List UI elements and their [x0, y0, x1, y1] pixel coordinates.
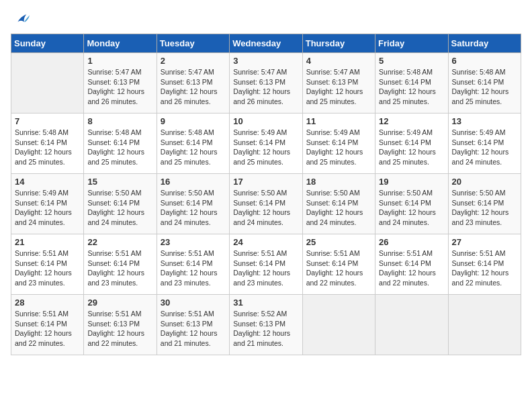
calendar-cell: 19Sunrise: 5:50 AM Sunset: 6:14 PM Dayli…	[375, 174, 448, 234]
day-info: Sunrise: 5:51 AM Sunset: 6:14 PM Dayligh…	[379, 248, 444, 288]
day-number: 28	[15, 298, 80, 308]
day-info: Sunrise: 5:50 AM Sunset: 6:14 PM Dayligh…	[452, 188, 517, 228]
calendar-cell: 10Sunrise: 5:49 AM Sunset: 6:14 PM Dayli…	[230, 113, 302, 174]
day-number: 7	[15, 116, 80, 126]
day-info: Sunrise: 5:51 AM Sunset: 6:14 PM Dayligh…	[161, 248, 226, 288]
calendar-cell	[302, 295, 375, 355]
day-info: Sunrise: 5:51 AM Sunset: 6:14 PM Dayligh…	[452, 248, 517, 288]
day-number: 31	[233, 298, 298, 308]
day-info: Sunrise: 5:50 AM Sunset: 6:14 PM Dayligh…	[306, 188, 371, 228]
day-number: 25	[306, 237, 371, 247]
calendar-cell: 16Sunrise: 5:50 AM Sunset: 6:14 PM Dayli…	[157, 174, 229, 234]
calendar-cell: 4Sunrise: 5:47 AM Sunset: 6:13 PM Daylig…	[302, 53, 375, 113]
calendar-cell: 31Sunrise: 5:52 AM Sunset: 6:13 PM Dayli…	[230, 295, 302, 355]
day-number: 18	[306, 177, 371, 187]
calendar-cell: 15Sunrise: 5:50 AM Sunset: 6:14 PM Dayli…	[84, 174, 157, 234]
weekday-header-wednesday: Wednesday	[230, 34, 302, 53]
day-info: Sunrise: 5:50 AM Sunset: 6:14 PM Dayligh…	[87, 188, 152, 228]
day-info: Sunrise: 5:49 AM Sunset: 6:14 PM Dayligh…	[233, 128, 298, 167]
calendar-cell: 27Sunrise: 5:51 AM Sunset: 6:14 PM Dayli…	[448, 234, 521, 295]
day-number: 8	[87, 116, 152, 126]
calendar-cell: 17Sunrise: 5:50 AM Sunset: 6:14 PM Dayli…	[230, 174, 302, 234]
day-number: 20	[452, 177, 517, 187]
weekday-header-saturday: Saturday	[448, 34, 521, 53]
day-number: 26	[379, 237, 444, 247]
day-number: 6	[452, 56, 517, 66]
calendar-cell: 11Sunrise: 5:49 AM Sunset: 6:14 PM Dayli…	[302, 113, 375, 174]
calendar-cell: 24Sunrise: 5:51 AM Sunset: 6:14 PM Dayli…	[230, 234, 302, 295]
day-info: Sunrise: 5:51 AM Sunset: 6:13 PM Dayligh…	[87, 309, 152, 349]
calendar-cell: 25Sunrise: 5:51 AM Sunset: 6:14 PM Dayli…	[302, 234, 375, 295]
day-info: Sunrise: 5:51 AM Sunset: 6:14 PM Dayligh…	[87, 248, 152, 288]
calendar-cell: 21Sunrise: 5:51 AM Sunset: 6:14 PM Dayli…	[11, 234, 84, 295]
calendar-cell: 6Sunrise: 5:48 AM Sunset: 6:14 PM Daylig…	[448, 53, 521, 113]
day-number: 1	[87, 56, 152, 66]
header	[11, 11, 521, 27]
day-info: Sunrise: 5:49 AM Sunset: 6:14 PM Dayligh…	[15, 188, 80, 228]
calendar-cell: 22Sunrise: 5:51 AM Sunset: 6:14 PM Dayli…	[84, 234, 157, 295]
day-number: 30	[161, 298, 226, 308]
calendar-cell: 3Sunrise: 5:47 AM Sunset: 6:13 PM Daylig…	[230, 53, 302, 113]
calendar-cell	[11, 53, 84, 113]
calendar-cell: 20Sunrise: 5:50 AM Sunset: 6:14 PM Dayli…	[448, 174, 521, 234]
day-number: 27	[452, 237, 517, 247]
day-info: Sunrise: 5:48 AM Sunset: 6:14 PM Dayligh…	[452, 67, 517, 107]
day-info: Sunrise: 5:51 AM Sunset: 6:14 PM Dayligh…	[306, 248, 371, 288]
day-number: 22	[87, 237, 152, 247]
day-info: Sunrise: 5:52 AM Sunset: 6:13 PM Dayligh…	[233, 309, 298, 349]
day-number: 5	[379, 56, 444, 66]
day-info: Sunrise: 5:50 AM Sunset: 6:14 PM Dayligh…	[161, 188, 226, 228]
day-info: Sunrise: 5:47 AM Sunset: 6:13 PM Dayligh…	[87, 67, 152, 107]
day-info: Sunrise: 5:48 AM Sunset: 6:14 PM Dayligh…	[161, 128, 226, 167]
day-info: Sunrise: 5:50 AM Sunset: 6:14 PM Dayligh…	[379, 188, 444, 228]
day-number: 16	[161, 177, 226, 187]
day-info: Sunrise: 5:50 AM Sunset: 6:14 PM Dayligh…	[233, 188, 298, 228]
calendar-cell: 30Sunrise: 5:51 AM Sunset: 6:13 PM Dayli…	[157, 295, 229, 355]
calendar-cell: 8Sunrise: 5:48 AM Sunset: 6:14 PM Daylig…	[84, 113, 157, 174]
day-number: 17	[233, 177, 298, 187]
calendar-cell: 9Sunrise: 5:48 AM Sunset: 6:14 PM Daylig…	[157, 113, 229, 174]
day-info: Sunrise: 5:47 AM Sunset: 6:13 PM Dayligh…	[306, 67, 371, 107]
day-info: Sunrise: 5:49 AM Sunset: 6:14 PM Dayligh…	[452, 128, 517, 167]
day-info: Sunrise: 5:49 AM Sunset: 6:14 PM Dayligh…	[379, 128, 444, 167]
day-info: Sunrise: 5:51 AM Sunset: 6:14 PM Dayligh…	[15, 248, 80, 288]
day-number: 9	[161, 116, 226, 126]
calendar-table: SundayMondayTuesdayWednesdayThursdayFrid…	[11, 34, 521, 355]
calendar-cell: 23Sunrise: 5:51 AM Sunset: 6:14 PM Dayli…	[157, 234, 229, 295]
weekday-header-tuesday: Tuesday	[157, 34, 229, 53]
day-info: Sunrise: 5:49 AM Sunset: 6:14 PM Dayligh…	[306, 128, 371, 167]
day-info: Sunrise: 5:51 AM Sunset: 6:14 PM Dayligh…	[233, 248, 298, 288]
day-info: Sunrise: 5:47 AM Sunset: 6:13 PM Dayligh…	[233, 67, 298, 107]
day-info: Sunrise: 5:48 AM Sunset: 6:14 PM Dayligh…	[379, 67, 444, 107]
day-number: 24	[233, 237, 298, 247]
day-info: Sunrise: 5:47 AM Sunset: 6:13 PM Dayligh…	[161, 67, 226, 107]
calendar-cell: 26Sunrise: 5:51 AM Sunset: 6:14 PM Dayli…	[375, 234, 448, 295]
day-number: 15	[87, 177, 152, 187]
week-row-5: 28Sunrise: 5:51 AM Sunset: 6:14 PM Dayli…	[11, 295, 521, 355]
calendar-cell: 5Sunrise: 5:48 AM Sunset: 6:14 PM Daylig…	[375, 53, 448, 113]
day-number: 10	[233, 116, 298, 126]
week-row-1: 1Sunrise: 5:47 AM Sunset: 6:13 PM Daylig…	[11, 53, 521, 113]
calendar-cell: 12Sunrise: 5:49 AM Sunset: 6:14 PM Dayli…	[375, 113, 448, 174]
calendar-cell: 18Sunrise: 5:50 AM Sunset: 6:14 PM Dayli…	[302, 174, 375, 234]
day-number: 4	[306, 56, 371, 66]
day-number: 13	[452, 116, 517, 126]
calendar-cell: 2Sunrise: 5:47 AM Sunset: 6:13 PM Daylig…	[157, 53, 229, 113]
week-row-3: 14Sunrise: 5:49 AM Sunset: 6:14 PM Dayli…	[11, 174, 521, 234]
day-number: 19	[379, 177, 444, 187]
calendar-cell: 13Sunrise: 5:49 AM Sunset: 6:14 PM Dayli…	[448, 113, 521, 174]
calendar-cell: 28Sunrise: 5:51 AM Sunset: 6:14 PM Dayli…	[11, 295, 84, 355]
logo-bird-icon	[13, 11, 30, 27]
weekday-header-row: SundayMondayTuesdayWednesdayThursdayFrid…	[11, 34, 521, 53]
day-number: 2	[161, 56, 226, 66]
day-number: 21	[15, 237, 80, 247]
calendar-cell: 1Sunrise: 5:47 AM Sunset: 6:13 PM Daylig…	[84, 53, 157, 113]
calendar-cell: 7Sunrise: 5:48 AM Sunset: 6:14 PM Daylig…	[11, 113, 84, 174]
day-number: 11	[306, 116, 371, 126]
week-row-4: 21Sunrise: 5:51 AM Sunset: 6:14 PM Dayli…	[11, 234, 521, 295]
day-info: Sunrise: 5:51 AM Sunset: 6:14 PM Dayligh…	[15, 309, 80, 349]
day-number: 23	[161, 237, 226, 247]
calendar-cell	[448, 295, 521, 355]
calendar-cell: 14Sunrise: 5:49 AM Sunset: 6:14 PM Dayli…	[11, 174, 84, 234]
week-row-2: 7Sunrise: 5:48 AM Sunset: 6:14 PM Daylig…	[11, 113, 521, 174]
